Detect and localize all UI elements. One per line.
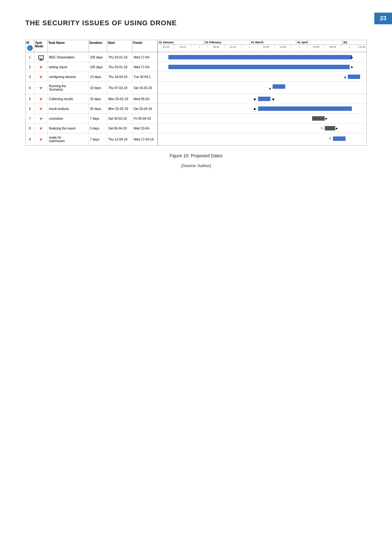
arrow-icon: ➤ bbox=[38, 74, 44, 80]
table-row: 8 ➤ finalizing the report 5 days Sat 06-… bbox=[26, 123, 366, 133]
gantt-months-row: 01 January 01 February 01 March 01 April… bbox=[158, 40, 366, 45]
gantt-bar-row-2: ► bbox=[158, 62, 366, 72]
cell-finish-8: Wed 10-04- bbox=[132, 123, 158, 133]
cell-duration-6: 55 days bbox=[89, 104, 107, 113]
cell-id-4: 4 bbox=[26, 82, 34, 94]
week-1: 31-12 bbox=[158, 45, 175, 49]
cell-task-name-4: Running theScenarios bbox=[48, 82, 89, 94]
arrow-icon: ➤ bbox=[38, 125, 44, 131]
gantt-bar-4 bbox=[273, 84, 285, 89]
cell-id-1: 1 bbox=[26, 52, 34, 62]
cell-task-name-6: result analysis bbox=[48, 104, 89, 113]
col-duration-header: Duration bbox=[89, 40, 107, 52]
col-id-header: ID i bbox=[26, 40, 34, 52]
table-row: 7 ➤ conclution 7 days Sat 30-03-19 Fri 0… bbox=[26, 113, 366, 123]
cell-id-9: 9 bbox=[26, 133, 34, 145]
arrow-icon: ➤ bbox=[38, 64, 44, 70]
arrow-icon: ➤ bbox=[38, 96, 44, 102]
cell-duration-5: 10 days bbox=[89, 94, 107, 104]
gantt-bar-6 bbox=[258, 106, 352, 111]
bar-end-marker-1: ► bbox=[351, 55, 354, 59]
week-9: | bbox=[291, 45, 308, 49]
cell-start-2: Thu 03-01-19 bbox=[107, 62, 132, 72]
cell-finish-6: Sat 20-04-19 bbox=[132, 104, 158, 113]
bar-start-marker-4: ▲ bbox=[268, 87, 272, 90]
link-marker-8: ↳ bbox=[321, 126, 323, 129]
week-5: 11-02 bbox=[225, 45, 241, 49]
cell-start-9: Thu 11-04-19 bbox=[107, 133, 132, 145]
table-row: 9 ➤ ready forsubmission 7 days Thu 11-04… bbox=[26, 133, 366, 145]
gantt-left-header: ID i Task Mode Task Name Duration Start … bbox=[26, 40, 158, 52]
month-february: 01 February bbox=[204, 40, 250, 45]
table-row: 5 ➤ Collecting results 10 days Mon 25-02… bbox=[26, 94, 366, 104]
cell-duration-9: 7 days bbox=[89, 133, 107, 145]
month-end: |01 bbox=[342, 40, 366, 45]
gantt-bar-row-5: ▶ ◀ bbox=[158, 94, 366, 104]
table-row: 4 ➤ Running theScenarios 10 days Thu 07-… bbox=[26, 81, 366, 94]
gantt-chart: ID i Task Mode Task Name Duration Start … bbox=[25, 40, 367, 146]
gantt-chart-header: 01 January 01 February 01 March 01 April… bbox=[158, 40, 366, 52]
cell-mode-2: ➤ bbox=[34, 62, 48, 72]
gantt-bar-row-7: ► bbox=[158, 114, 366, 123]
table-row: 3 ➤ configuring devices 13 days Thu 18-0… bbox=[26, 72, 366, 81]
col-task-mode-header: Task Mode bbox=[34, 40, 48, 52]
week-4: 28-01 bbox=[208, 45, 225, 49]
gantt-bar-row-4: ▲ bbox=[158, 82, 366, 94]
cell-finish-2: Wed 17-04- bbox=[132, 62, 158, 72]
gantt-bar-9 bbox=[333, 136, 346, 141]
link-marker-9: ↳ bbox=[329, 136, 331, 140]
week-12: | bbox=[341, 45, 358, 49]
col-task-name-header: Task Name bbox=[48, 40, 89, 52]
gantt-weeks-row: 31-12 14-01 | 28-01 11-02 | 25-02 11-03 … bbox=[158, 45, 366, 49]
col-finish-header: Finish bbox=[132, 40, 158, 52]
cell-task-name-7: conclution bbox=[48, 114, 89, 123]
gantt-bar-row-3: ▲ bbox=[158, 72, 366, 81]
cell-duration-4: 10 days bbox=[89, 82, 107, 94]
week-11: 08-04 bbox=[325, 45, 341, 49]
arrow-icon: ➤ bbox=[38, 115, 44, 122]
gantt-bar-3 bbox=[348, 75, 360, 79]
cell-task-name-2: writing report bbox=[48, 62, 89, 72]
cell-mode-3: ➤ bbox=[34, 72, 48, 81]
bar-marker-7: ► bbox=[325, 117, 328, 120]
cell-finish-9: Wed 17-04-19 bbox=[132, 133, 158, 145]
gantt-header: ID i Task Mode Task Name Duration Start … bbox=[26, 40, 366, 52]
arrow-icon: ➤ bbox=[38, 85, 44, 91]
cell-finish-5: Wed 06-03- bbox=[132, 94, 158, 104]
week-8: 11-03 bbox=[274, 45, 291, 49]
gantt-bar-row-9: ↳ bbox=[158, 133, 366, 145]
cell-mode-8: ➤ bbox=[34, 123, 48, 133]
cell-id-5: 5 bbox=[26, 94, 34, 104]
cell-mode-6: ➤ bbox=[34, 104, 48, 113]
gantt-bar-row-1: ► bbox=[158, 52, 366, 62]
cell-finish-3: Tue 30-04-1 bbox=[132, 72, 158, 81]
arrow-icon: ➤ bbox=[38, 105, 44, 112]
cell-start-8: Sat 06-04-19 bbox=[107, 123, 132, 133]
cell-mode-4: ➤ bbox=[34, 82, 48, 94]
week-10: 25-03 bbox=[308, 45, 325, 49]
cell-start-5: Mon 25-02-19 bbox=[107, 94, 132, 104]
gantt-bar-row-6: ▶ bbox=[158, 104, 366, 113]
week-2: 14-01 bbox=[175, 45, 191, 49]
month-march: 01 March bbox=[250, 40, 296, 45]
cell-start-7: Sat 30-03-19 bbox=[107, 114, 132, 123]
arrow-left-6: ▶ bbox=[254, 107, 256, 111]
page-number: 23 bbox=[374, 13, 392, 24]
cell-mode-5: ➤ bbox=[34, 94, 48, 104]
cell-duration-1: 105 days bbox=[89, 52, 107, 62]
cell-start-1: Thu 03-01-19 bbox=[107, 52, 132, 62]
cell-id-6: 6 bbox=[26, 104, 34, 113]
gantt-bar-2 bbox=[168, 65, 350, 69]
page-container: 23 THE SECURITY ISSUES OF USING DRONE ID… bbox=[0, 0, 392, 187]
info-icon: i bbox=[27, 45, 33, 51]
table-row: 6 ➤ result analysis 55 days Mon 25-02-19… bbox=[26, 104, 366, 113]
gantt-bar-row-8: ↳ ► bbox=[158, 123, 366, 133]
arrow-icon: ➤ bbox=[38, 136, 44, 142]
cell-duration-8: 5 days bbox=[89, 123, 107, 133]
cell-task-name-3: configuring devices bbox=[48, 72, 89, 81]
cell-finish-7: Fri 05-04-19 bbox=[132, 114, 158, 123]
arrow-left-5: ▶ bbox=[254, 97, 256, 101]
page-title: THE SECURITY ISSUES OF USING DRONE bbox=[25, 19, 367, 27]
cell-finish-4: Sat 16-03-19 bbox=[132, 82, 158, 94]
gantt-bar-8 bbox=[325, 126, 335, 130]
